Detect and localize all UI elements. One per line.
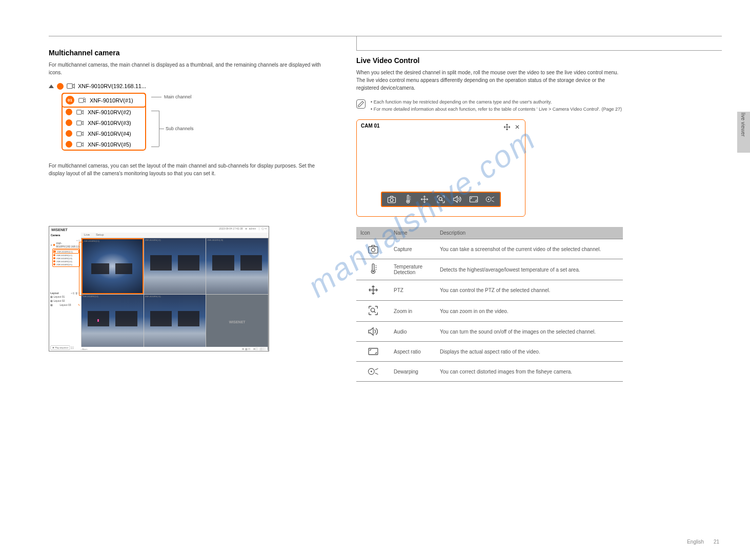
move-icon[interactable] bbox=[503, 123, 511, 131]
status-dot-icon bbox=[66, 109, 72, 115]
tab-live[interactable]: Live bbox=[81, 233, 93, 238]
tile-title: CAM 01 bbox=[361, 123, 380, 129]
row-name: Capture bbox=[390, 239, 436, 259]
table-row: Dewarping You can correct distorted imag… bbox=[356, 362, 623, 382]
row-name: Temperature Detection bbox=[390, 259, 436, 280]
label: XNF-9010RV(#5) bbox=[56, 263, 72, 266]
tile-label: XNF-9010RV(#1) bbox=[84, 240, 99, 242]
footer-icons: ⊞ ▦ ⊡ ⊞ ⛶ ⬜ ⛶ bbox=[242, 347, 266, 350]
row-desc: You can turn the sound on/off of the ima… bbox=[436, 322, 623, 342]
tree-child[interactable]: XNF-9010RV(#3) bbox=[63, 117, 145, 128]
th-name: Name bbox=[390, 227, 436, 239]
video-tile[interactable]: XNF-9010RV(#4) bbox=[82, 295, 144, 350]
label: XNF-9010RV(#4) bbox=[56, 260, 72, 263]
dewarp-icon[interactable] bbox=[485, 195, 495, 204]
label: XNF-9010RV(#1) bbox=[57, 251, 73, 253]
note-line-1: Each function may be restricted dependin… bbox=[374, 99, 552, 105]
right-column: Live Video Control When you select the d… bbox=[356, 56, 628, 382]
tree-child-label: XNF-9010RV(#1) bbox=[90, 97, 133, 103]
tree-parent-row[interactable]: XNF-9010RV(192.168.11... bbox=[49, 82, 331, 90]
video-tile-empty[interactable]: WISENET bbox=[206, 295, 268, 350]
camera-icon bbox=[76, 141, 84, 148]
left-desc: For multichannel cameras, the main chann… bbox=[49, 61, 331, 76]
video-tile-main[interactable]: XNF-9010RV(#1) bbox=[82, 238, 144, 294]
chevron-up-icon bbox=[49, 85, 54, 88]
status-dot-icon bbox=[66, 141, 72, 148]
layout-item[interactable]: ▦ Layout 03✎ bbox=[50, 303, 80, 307]
camera-number-badge: 01 bbox=[66, 96, 74, 105]
status-dot-icon bbox=[66, 130, 72, 137]
table-row: PTZ You can control the PTZ of the selec… bbox=[356, 280, 623, 301]
th-desc: Description bbox=[436, 227, 623, 239]
tree-parent-label: XNF-9010RV(192.168.11... bbox=[78, 83, 146, 89]
svg-point-12 bbox=[488, 199, 489, 200]
tree-child[interactable]: XNF-9010RV(#5) bbox=[63, 139, 145, 150]
list-item[interactable]: XNF-9010RV(#1) bbox=[53, 250, 79, 254]
video-tile[interactable]: XNF-9010RV(#5) bbox=[144, 295, 206, 350]
logo: WISENET bbox=[51, 228, 68, 232]
note-line-2: For more detailed information about each… bbox=[374, 107, 600, 112]
zoom-icon[interactable] bbox=[436, 195, 445, 204]
svg-rect-10 bbox=[470, 197, 478, 202]
status-dot-icon bbox=[53, 263, 55, 265]
table-row: Capture You can take a screenshot of the… bbox=[356, 239, 623, 259]
tab-setup[interactable]: Setup bbox=[93, 233, 107, 238]
status-dot-icon bbox=[53, 257, 55, 259]
tree-child[interactable]: XNF-9010RV(#2) bbox=[63, 107, 145, 117]
callout-line bbox=[151, 111, 159, 111]
icon: ⋮ ⓘ ↪ bbox=[258, 227, 267, 230]
temperature-icon[interactable] bbox=[403, 195, 413, 204]
row-name: Audio bbox=[390, 322, 436, 342]
audio-icon[interactable] bbox=[453, 195, 462, 204]
layout-title: Layout bbox=[50, 292, 58, 295]
sw-sidebar: + ≡ ∨ XNF-9010RV(192.168.11) XNF-9010RV(… bbox=[49, 238, 81, 350]
tree-child-label: XNF-9010RV(#2) bbox=[88, 109, 131, 115]
left-column: Multichannel camera For multichannel cam… bbox=[49, 49, 331, 351]
tree-children: 01 XNF-9010RV(#1) XNF-9010RV(#2) XNF-901… bbox=[62, 93, 146, 151]
fullscreen-icon[interactable]: ⛶ bbox=[71, 346, 74, 349]
tile-label: XNF-9010RV(#4) bbox=[83, 295, 98, 298]
layout-item[interactable]: ▦ Layout 01 bbox=[50, 295, 80, 299]
layout-item[interactable]: ▦ Layout 02 bbox=[50, 299, 80, 303]
list-item[interactable]: XNF-9010RV(#5) bbox=[53, 263, 79, 266]
icon-table: Icon Name Description Capture You can ta… bbox=[356, 227, 623, 382]
temperature-icon bbox=[368, 263, 379, 275]
status-dot-icon bbox=[66, 119, 72, 126]
video-tile[interactable]: XNF-9010RV(#3) bbox=[206, 238, 268, 294]
sw-parent[interactable]: ∨ XNF-9010RV(192.168.11) bbox=[50, 242, 80, 248]
callout-line bbox=[159, 129, 164, 129]
left-heading: Multichannel camera bbox=[49, 49, 331, 57]
svg-point-8 bbox=[408, 200, 409, 202]
tree-child-main[interactable]: 01 XNF-9010RV(#1) bbox=[62, 93, 146, 108]
svg-rect-4 bbox=[77, 131, 82, 135]
camera-tree: XNF-9010RV(192.168.11... 01 XNF-9010RV(#… bbox=[49, 82, 331, 151]
status-dot-icon bbox=[53, 244, 55, 246]
aspect-ratio-icon bbox=[368, 346, 379, 357]
tree-child[interactable]: XNF-9010RV(#4) bbox=[63, 128, 145, 139]
note-page-ref: (Page 27) bbox=[601, 107, 622, 112]
aspect-ratio-icon[interactable] bbox=[469, 195, 478, 204]
video-tile[interactable]: XNF-9010RV(#2) bbox=[144, 238, 206, 294]
main-channel-label: Main channel bbox=[164, 94, 192, 99]
sw-children: XNF-9010RV(#1) XNF-9010RV(#2) XNF-9010RV… bbox=[52, 248, 80, 267]
th-icon: Icon bbox=[356, 227, 390, 239]
row-name: PTZ bbox=[390, 280, 436, 301]
right-heading: Live Video Control bbox=[356, 56, 628, 65]
svg-rect-6 bbox=[388, 197, 396, 203]
svg-rect-13 bbox=[369, 247, 378, 254]
camera-icon bbox=[76, 109, 84, 115]
play-sequence[interactable]: ⏵ Play sequence ⛶ bbox=[49, 344, 81, 351]
layout-icon bbox=[78, 97, 86, 103]
ptz-icon[interactable] bbox=[420, 195, 429, 204]
row-desc: You can control the PTZ of the selected … bbox=[436, 280, 623, 301]
layout-section: Layout + ⎘ 🗑 × ▦ Layout 01 ▦ Layout 02 ▦… bbox=[49, 291, 81, 308]
capture-icon[interactable] bbox=[387, 195, 396, 204]
software-screenshot: WISENET 2023-09-04 17:42:38 ⊕ admin ⋮ ⓘ … bbox=[49, 226, 269, 351]
table-row: Aspect ratio Displays the actual aspect … bbox=[356, 342, 623, 362]
svg-rect-2 bbox=[77, 110, 82, 114]
sidebar-title: Camera bbox=[49, 233, 81, 238]
close-icon[interactable]: ✕ bbox=[515, 123, 520, 131]
dewarp-icon bbox=[368, 366, 379, 377]
video-tile-preview: CAM 01 ✕ bbox=[356, 119, 525, 217]
row-desc: You can correct distorted images from th… bbox=[436, 362, 623, 382]
